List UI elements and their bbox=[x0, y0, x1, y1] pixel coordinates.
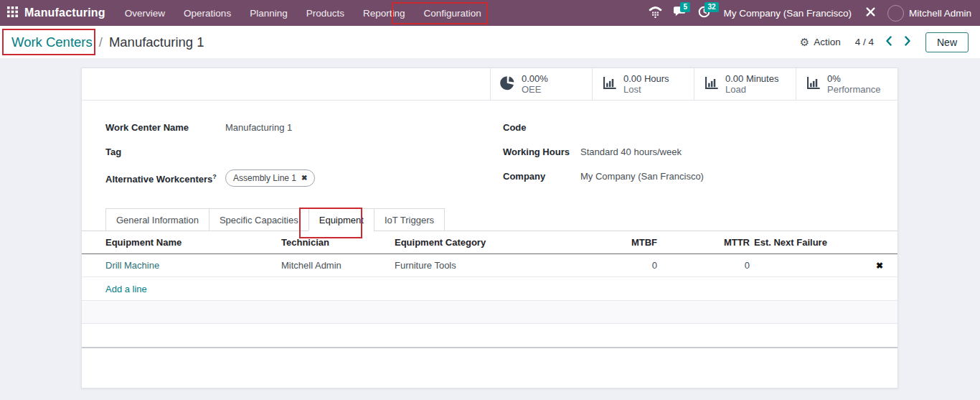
bar-chart-icon bbox=[704, 75, 719, 93]
pager-previous-button[interactable] bbox=[885, 36, 892, 49]
apps-grid-icon bbox=[7, 6, 18, 20]
column-equipment-category[interactable]: Equipment Category bbox=[395, 237, 570, 248]
stat-button-row: 0.00% OEE 0.00 Hours bbox=[82, 68, 897, 101]
cell-mttr[interactable]: 0 bbox=[657, 260, 750, 271]
pie-chart-icon bbox=[500, 75, 515, 93]
stat-button-lost-hours[interactable]: 0.00 Hours Lost bbox=[592, 68, 694, 100]
menu-planning[interactable]: Planning bbox=[240, 0, 297, 26]
user-menu[interactable]: Mitchell Admin bbox=[887, 5, 971, 22]
tab-specific-capacities[interactable]: Specific Capacities bbox=[209, 208, 309, 231]
debug-tools-button[interactable] bbox=[859, 0, 883, 26]
work-center-name-input[interactable]: Manufacturing 1 bbox=[225, 121, 479, 135]
field-alternative-workcenters: Alternative Workcenters? Assembly Line 1… bbox=[105, 169, 479, 187]
chevron-left-icon bbox=[885, 36, 892, 49]
table-row: Drill Machine Mitchell Admin Furniture T… bbox=[82, 254, 897, 277]
tab-iot-triggers[interactable]: IoT Triggers bbox=[374, 208, 445, 231]
form-left-column: Work Center Name Manufacturing 1 Tag Alt… bbox=[105, 121, 479, 196]
field-label: Company bbox=[503, 169, 580, 184]
cell-mtbf[interactable]: 0 bbox=[570, 260, 657, 271]
messages-button[interactable]: 5 bbox=[667, 0, 692, 26]
stat-button-load-minutes[interactable]: 0.00 Minutes Load bbox=[694, 68, 796, 100]
app-name[interactable]: Manufacturing bbox=[24, 6, 105, 19]
user-avatar bbox=[887, 5, 904, 22]
stat-value: 0.00 Hours bbox=[623, 73, 669, 84]
stat-label: Performance bbox=[827, 84, 880, 95]
equipment-list: Equipment Name Technician Equipment Cate… bbox=[82, 231, 897, 348]
activities-badge: 32 bbox=[705, 2, 718, 12]
menu-reporting[interactable]: Reporting bbox=[354, 0, 415, 26]
gear-icon: ⚙ bbox=[800, 37, 809, 47]
form-fields: Work Center Name Manufacturing 1 Tag Alt… bbox=[82, 101, 897, 196]
column-technician[interactable]: Technician bbox=[281, 237, 395, 248]
stat-button-oee[interactable]: 0.00% OEE bbox=[490, 68, 592, 100]
tab-equipment[interactable]: Equipment bbox=[308, 208, 374, 231]
empty-list-row bbox=[82, 301, 897, 324]
cell-equipment-category[interactable]: Furniture Tools bbox=[395, 260, 570, 271]
delete-row-icon[interactable]: ✖ bbox=[876, 261, 883, 271]
softphone-button[interactable] bbox=[643, 0, 667, 26]
field-code: Code bbox=[503, 121, 874, 136]
field-tag: Tag bbox=[105, 145, 479, 160]
bar-chart-icon bbox=[602, 75, 617, 93]
breadcrumb-work-centers[interactable]: Work Centers bbox=[11, 34, 93, 50]
breadcrumb-separator: / bbox=[99, 34, 103, 50]
working-hours-input[interactable]: Standard 40 hours/week bbox=[580, 145, 874, 159]
action-label: Action bbox=[814, 37, 841, 47]
field-label: Working Hours bbox=[503, 145, 580, 159]
menu-configuration[interactable]: Configuration bbox=[415, 0, 491, 26]
tools-icon bbox=[864, 6, 877, 21]
action-menu-button[interactable]: ⚙ Action bbox=[800, 37, 841, 47]
notebook-tabs: General Information Specific Capacities … bbox=[82, 208, 897, 231]
chevron-right-icon bbox=[904, 36, 911, 49]
activities-button[interactable]: 32 bbox=[692, 0, 716, 26]
workcenter-tag-label: Assembly Line 1 bbox=[233, 171, 296, 185]
workcenter-tag[interactable]: Assembly Line 1 ✖ bbox=[225, 169, 315, 187]
menu-operations[interactable]: Operations bbox=[174, 0, 240, 26]
stat-label: Load bbox=[725, 84, 778, 95]
field-label: Code bbox=[503, 121, 580, 135]
apps-menu-button[interactable] bbox=[0, 0, 24, 26]
systray: 5 32 My Company (San Francisco) bbox=[643, 0, 980, 26]
menu-overview[interactable]: Overview bbox=[116, 0, 174, 26]
column-mttr[interactable]: MTTR bbox=[657, 237, 750, 248]
messages-badge: 5 bbox=[680, 2, 690, 12]
tab-general-information[interactable]: General Information bbox=[105, 208, 209, 231]
cell-technician[interactable]: Mitchell Admin bbox=[281, 260, 395, 271]
stat-label: OEE bbox=[522, 84, 548, 95]
pager-next-button[interactable] bbox=[904, 36, 911, 49]
field-label: Work Center Name bbox=[105, 121, 225, 135]
code-input[interactable] bbox=[580, 121, 874, 135]
company-input[interactable]: My Company (San Francisco) bbox=[580, 169, 874, 184]
stat-value: 0.00 Minutes bbox=[725, 73, 778, 84]
company-switcher[interactable]: My Company (San Francisco) bbox=[723, 8, 852, 19]
alternative-workcenters-input[interactable]: Assembly Line 1 ✖ bbox=[225, 169, 479, 187]
column-equipment-name[interactable]: Equipment Name bbox=[105, 237, 281, 248]
tag-input[interactable] bbox=[225, 145, 479, 159]
column-mtbf[interactable]: MTBF bbox=[570, 237, 657, 248]
stat-button-performance[interactable]: 0% Performance bbox=[796, 68, 897, 100]
add-a-line-link[interactable]: Add a line bbox=[105, 284, 147, 294]
stat-value: 0% bbox=[827, 73, 880, 84]
top-navbar: Manufacturing Overview Operations Planni… bbox=[0, 0, 980, 26]
field-work-center-name: Work Center Name Manufacturing 1 bbox=[105, 121, 479, 136]
pager-counter[interactable]: 4 / 4 bbox=[855, 37, 874, 47]
field-company: Company My Company (San Francisco) bbox=[503, 169, 874, 185]
menu-products[interactable]: Products bbox=[297, 0, 354, 26]
help-marker: ? bbox=[212, 173, 217, 180]
page: Manufacturing Overview Operations Planni… bbox=[0, 0, 980, 400]
form-right-column: Code Working Hours Standard 40 hours/wee… bbox=[503, 121, 874, 196]
field-label: Alternative Workcenters? bbox=[105, 169, 225, 187]
list-header-row: Equipment Name Technician Equipment Cate… bbox=[82, 231, 897, 254]
stat-value: 0.00% bbox=[522, 73, 548, 84]
field-working-hours: Working Hours Standard 40 hours/week bbox=[503, 145, 874, 160]
new-button[interactable]: New bbox=[925, 32, 969, 52]
app-menu: Overview Operations Planning Products Re… bbox=[116, 0, 491, 26]
cell-equipment-name[interactable]: Drill Machine bbox=[105, 260, 281, 271]
field-label: Tag bbox=[105, 145, 225, 159]
tag-remove-icon[interactable]: ✖ bbox=[301, 171, 307, 185]
column-est-next-failure[interactable]: Est. Next Failure bbox=[750, 237, 850, 248]
control-panel-right: ⚙ Action 4 / 4 New bbox=[800, 32, 969, 52]
phone-icon bbox=[649, 6, 662, 21]
empty-list-row bbox=[82, 324, 897, 348]
control-panel: Work Centers / Manufacturing 1 ⚙ Action … bbox=[0, 26, 980, 58]
